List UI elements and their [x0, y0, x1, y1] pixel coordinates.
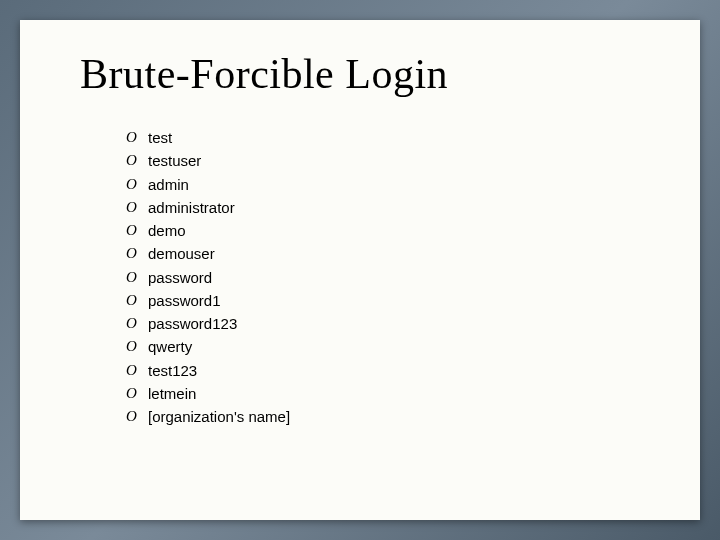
list-item: password — [126, 266, 640, 289]
list-item: admin — [126, 173, 640, 196]
list-item: [organization's name] — [126, 405, 640, 428]
list-item: password123 — [126, 312, 640, 335]
list-item: demouser — [126, 242, 640, 265]
list-item: qwerty — [126, 335, 640, 358]
list-item: administrator — [126, 196, 640, 219]
credential-list: test testuser admin administrator demo d… — [126, 126, 640, 428]
slide-title: Brute-Forcible Login — [80, 50, 640, 98]
list-item: password1 — [126, 289, 640, 312]
slide: Brute-Forcible Login test testuser admin… — [20, 20, 700, 520]
list-item: letmein — [126, 382, 640, 405]
list-item: testuser — [126, 149, 640, 172]
list-item: test123 — [126, 359, 640, 382]
list-item: test — [126, 126, 640, 149]
list-item: demo — [126, 219, 640, 242]
